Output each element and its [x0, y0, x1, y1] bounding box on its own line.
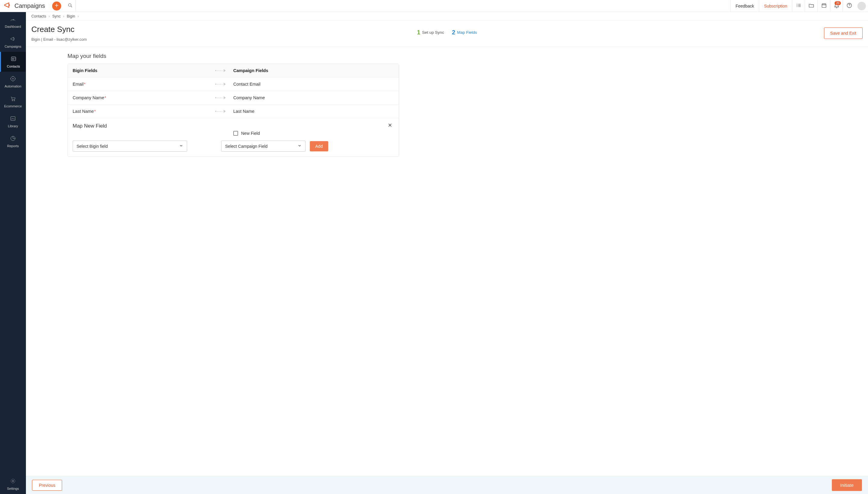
subscription-link[interactable]: Subscription — [759, 0, 792, 12]
svg-point-12 — [12, 480, 14, 482]
sidebar-item-reports[interactable]: Reports — [0, 132, 26, 151]
sidebar-item-automation[interactable]: Automation — [0, 72, 26, 92]
notifications-button[interactable]: 20 — [830, 0, 843, 12]
map-fields-panel: Bigin Fields Campaign Fields Email* Cont… — [67, 64, 399, 157]
sidebar-item-dashboard[interactable]: Dashboard — [0, 12, 26, 32]
svg-rect-10 — [11, 117, 15, 121]
wizard-steps: 1 Set up Sync 2 Map Fields — [417, 29, 477, 36]
section-title: Map your fields — [67, 53, 863, 59]
checkbox-icon — [233, 131, 238, 136]
svg-point-5 — [12, 58, 14, 59]
new-field-checkbox[interactable]: New Field — [233, 131, 394, 136]
brand: Campaigns — [0, 1, 48, 10]
required-star-icon: * — [94, 109, 96, 114]
user-avatar[interactable] — [855, 0, 868, 12]
breadcrumb: Contacts › Sync › Bigin › — [26, 12, 868, 20]
help-button[interactable] — [843, 0, 855, 12]
create-button[interactable] — [52, 1, 61, 11]
gear-icon — [9, 478, 16, 485]
close-icon — [387, 124, 393, 129]
breadcrumb-item[interactable]: Contacts — [31, 14, 46, 18]
add-button[interactable]: Add — [310, 141, 328, 151]
sidebar-item-label: Settings — [7, 487, 19, 490]
sidebar-item-label: Automation — [4, 84, 21, 88]
folder-button[interactable] — [805, 0, 817, 12]
sidebar-item-label: Library — [8, 124, 18, 128]
arrow-icon — [215, 110, 226, 113]
breadcrumb-item[interactable]: Sync — [53, 14, 61, 18]
sidebar-item-campaigns[interactable]: Campaigns — [0, 32, 26, 52]
sidebar-item-label: Campaigns — [4, 45, 21, 48]
map-new-field-block: Map New Field New Field — [68, 118, 399, 156]
plus-icon — [54, 3, 59, 9]
svg-point-8 — [12, 100, 13, 101]
svg-point-9 — [14, 100, 15, 101]
search-icon — [67, 3, 73, 9]
step-setup-sync[interactable]: 1 Set up Sync — [417, 29, 444, 36]
avatar-icon — [857, 2, 866, 10]
megaphone-icon — [9, 36, 16, 43]
dashboard-icon — [9, 16, 16, 23]
svg-rect-1 — [822, 4, 826, 7]
sidebar-item-label: Contacts — [7, 64, 20, 68]
chevron-right-icon: › — [77, 14, 79, 18]
initiate-button[interactable]: Initiate — [832, 479, 862, 491]
reports-icon — [9, 135, 16, 142]
arrow-icon — [215, 69, 226, 72]
chevron-right-icon: › — [48, 14, 50, 18]
previous-button[interactable]: Previous — [32, 480, 62, 491]
list-icon — [796, 2, 802, 10]
automation-icon — [9, 75, 16, 83]
calendar-icon — [821, 2, 827, 10]
megaphone-icon — [4, 1, 12, 10]
brand-name: Campaigns — [15, 2, 45, 10]
save-and-exit-button[interactable]: Save and Exit — [824, 27, 863, 39]
map-row: Last Name* Last Name — [68, 104, 399, 118]
sidebar-item-settings[interactable]: Settings — [0, 474, 26, 494]
required-star-icon: * — [84, 82, 85, 87]
sidebar-item-library[interactable]: Library — [0, 112, 26, 132]
svg-point-0 — [68, 4, 71, 6]
sidebar-item-ecommerce[interactable]: Ecommerce — [0, 92, 26, 112]
library-icon — [9, 115, 16, 122]
chevron-down-icon — [297, 144, 302, 149]
sidebar: Dashboard Campaigns Contacts Automation … — [0, 12, 26, 494]
page-title: Create Sync — [31, 25, 87, 34]
cart-icon — [9, 95, 16, 102]
svg-point-6 — [11, 77, 15, 81]
map-header-row: Bigin Fields Campaign Fields — [68, 64, 399, 77]
map-row: Company Name* Company Name — [68, 91, 399, 104]
required-star-icon: * — [104, 95, 106, 100]
campaign-field-select[interactable]: Select Campaign Field — [221, 140, 305, 152]
map-row: Email* Contact Email — [68, 77, 399, 91]
notification-count-badge: 20 — [834, 1, 841, 5]
bigin-field-select[interactable]: Select Bigin field — [73, 140, 187, 152]
close-button[interactable] — [387, 122, 393, 129]
search-button[interactable] — [65, 0, 76, 12]
sidebar-item-contacts[interactable]: Contacts — [0, 52, 26, 72]
step-map-fields[interactable]: 2 Map Fields — [452, 29, 477, 36]
help-icon — [846, 2, 852, 10]
chevron-down-icon — [179, 144, 183, 149]
calendar-button[interactable] — [817, 0, 830, 12]
map-new-field-title: Map New Field — [73, 123, 107, 129]
arrow-icon — [215, 83, 226, 86]
sidebar-item-label: Ecommerce — [4, 104, 22, 108]
sidebar-item-label: Reports — [7, 144, 19, 148]
contacts-icon — [10, 56, 17, 63]
breadcrumb-item[interactable]: Bigin — [66, 14, 75, 18]
svg-point-7 — [12, 78, 14, 79]
folder-icon — [808, 2, 814, 10]
sidebar-item-label: Dashboard — [5, 25, 21, 28]
chevron-right-icon: › — [63, 14, 64, 18]
page-subtitle: Bigin | Email - lisac@zylker.com — [31, 37, 87, 42]
footer-bar: Previous Initiate — [26, 476, 868, 494]
feedback-link[interactable]: Feedback — [730, 0, 758, 12]
list-view-button[interactable] — [792, 0, 805, 12]
arrow-icon — [215, 96, 226, 99]
